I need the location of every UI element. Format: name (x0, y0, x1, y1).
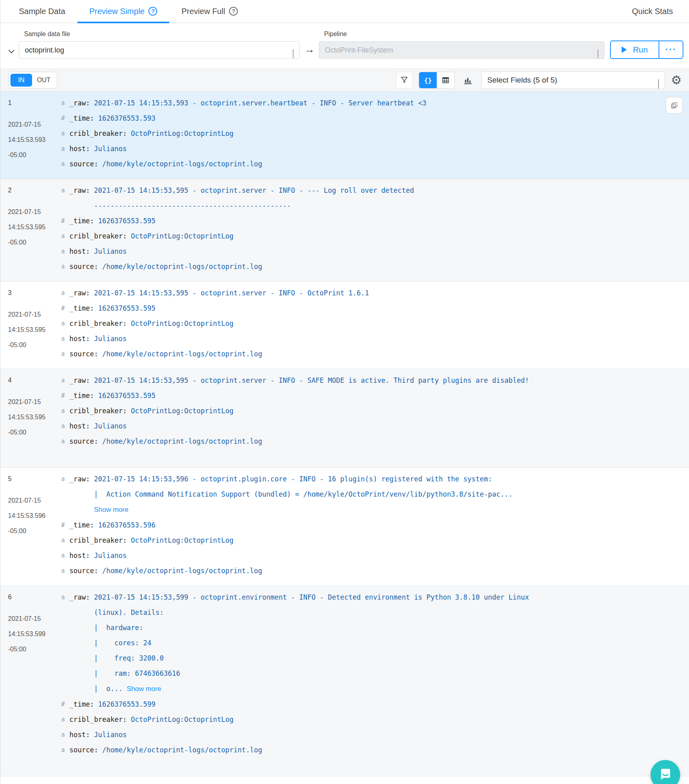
field-value-line: | freq: 3200.0 (94, 651, 529, 666)
field-name: source: (69, 346, 98, 362)
field-name: host: (69, 141, 90, 156)
out-toggle-button[interactable]: OUT (32, 74, 55, 87)
event-row[interactable]: 52021-07-1514:15:53.596-05:00a_raw:2021-… (0, 467, 689, 586)
field-value-line: | o... Show more (94, 681, 529, 697)
field-value-line: Julianos (94, 331, 127, 346)
help-icon[interactable]: ? (229, 7, 238, 16)
field-value-line: | cores: 24 (94, 635, 529, 651)
tab-preview-full[interactable]: Preview Full ? (169, 0, 250, 22)
pipeline-select[interactable]: OctoPrint-FileSystem (319, 41, 604, 59)
run-more-button[interactable]: ··· (659, 41, 683, 58)
event-date: 2021-07-15 (8, 117, 60, 132)
show-more-link[interactable]: Show more (94, 506, 128, 513)
field-name: host: (69, 548, 90, 563)
field-value: 2021-07-15 14:15:53,595 - octoprint.serv… (94, 285, 369, 301)
field-value-line: 2021-07-15 14:15:53,593 - octoprint.serv… (94, 95, 426, 111)
field-name: _raw: (69, 95, 90, 111)
select-fields-dropdown[interactable]: Select Fields (5 of 5) (481, 71, 665, 89)
field-value: 1626376553.595 (98, 388, 155, 403)
field-value: Julianos (94, 244, 127, 259)
event-timezone: -05:00 (8, 425, 60, 440)
table-view-button[interactable] (437, 72, 454, 88)
event-fields: a_raw:2021-07-15 14:15:53,595 - octoprin… (60, 285, 661, 362)
event-date: 2021-07-15 (8, 394, 60, 410)
field-value-line: OctoPrintLog:OctoprintLog (131, 712, 233, 727)
event-fields: a_raw:2021-07-15 14:15:53,595 - octoprin… (60, 373, 661, 449)
field-value: 1626376553.599 (98, 697, 155, 712)
field-row: a_raw:2021-07-15 14:15:53,593 - octoprin… (60, 95, 661, 111)
field-row: asource:/home/kyle/octoprint-logs/octopr… (60, 259, 661, 274)
field-row: acribl_breaker:OctoPrintLog:OctoprintLog (60, 533, 661, 548)
field-value-line: Julianos (94, 418, 127, 434)
run-button[interactable]: Run (611, 41, 659, 58)
event-fields: a_raw:2021-07-15 14:15:53,596 - octoprin… (60, 471, 661, 578)
event-row[interactable]: 12021-07-1514:15:53.593-05:00a_raw:2021-… (0, 91, 689, 179)
copy-event-button[interactable] (666, 97, 683, 114)
field-value-line: OctoPrintLog:OctoprintLog (131, 126, 233, 141)
field-row: ahost:Julianos (60, 141, 661, 156)
field-row: acribl_breaker:OctoPrintLog:OctoprintLog (60, 126, 661, 141)
event-meta: 32021-07-1514:15:53.595-05:00 (0, 285, 60, 362)
tab-sample-data[interactable]: Sample Data (7, 0, 77, 22)
field-value: Julianos (94, 418, 127, 434)
field-value: Julianos (94, 548, 127, 563)
collapse-panel-button[interactable] (5, 48, 17, 53)
event-fields: a_raw:2021-07-15 14:15:53,599 - octoprin… (60, 590, 661, 758)
pipeline-group: Pipeline OctoPrint-FileSystem (319, 30, 604, 59)
field-row: ahost:Julianos (60, 331, 661, 346)
field-name: cribl_breaker: (69, 316, 127, 331)
field-row: ahost:Julianos (60, 727, 661, 742)
field-value-line: | Action Command Notification Support (b… (94, 487, 513, 502)
string-type-icon: a (60, 228, 66, 244)
field-value-line: /home/kyle/octoprint-logs/octoprint.log (102, 563, 262, 578)
field-name: _raw: (69, 285, 90, 301)
string-type-icon: a (60, 403, 66, 418)
field-value-line: OctoPrintLog:OctoprintLog (131, 228, 233, 244)
event-row[interactable]: 42021-07-1514:15:53.595-05:00a_raw:2021-… (0, 369, 689, 467)
field-value-line: | hardware: (94, 620, 529, 635)
sample-file-select[interactable]: octoprint.log (19, 41, 300, 59)
field-name: cribl_breaker: (69, 228, 127, 244)
event-meta: 42021-07-1514:15:53.595-05:00 (0, 373, 60, 449)
event-row[interactable]: 22021-07-1514:15:53.595-05:00a_raw:2021-… (0, 179, 689, 281)
event-list: 12021-07-1514:15:53.593-05:00a_raw:2021-… (0, 91, 689, 776)
field-value-line: 2021-07-15 14:15:53,599 - octoprint.envi… (94, 590, 529, 605)
field-value: /home/kyle/octoprint-logs/octoprint.log (102, 156, 262, 172)
field-row: #_time:1626376553.599 (60, 697, 661, 712)
number-type-icon: # (60, 301, 66, 316)
preview-toolbar: IN OUT {} Select Fields (5 of 5) ⚙ (0, 69, 689, 91)
tab-preview-simple[interactable]: Preview Simple ? (77, 0, 170, 22)
chart-view-button[interactable] (461, 73, 475, 87)
tab-quick-stats[interactable]: Quick Stats (616, 0, 689, 22)
field-name: _time: (69, 213, 94, 228)
event-time: 14:15:53.596 (8, 508, 60, 523)
show-more-link[interactable]: Show more (127, 685, 161, 693)
gear-icon[interactable]: ⚙ (671, 74, 682, 86)
field-name: cribl_breaker: (69, 403, 127, 418)
event-row[interactable]: 62021-07-1514:15:53.599-05:00a_raw:2021-… (0, 586, 689, 776)
string-type-icon: a (60, 156, 66, 172)
string-type-icon: a (60, 563, 66, 578)
number-type-icon: # (60, 697, 66, 712)
field-name: _raw: (69, 373, 90, 388)
field-value: 1626376553.596 (98, 517, 155, 533)
field-row: #_time:1626376553.595 (60, 213, 661, 228)
string-type-icon: a (60, 418, 66, 434)
in-toggle-button[interactable]: IN (10, 74, 32, 87)
table-icon (442, 76, 450, 84)
event-row[interactable]: 32021-07-1514:15:53.595-05:00a_raw:2021-… (0, 281, 689, 369)
event-time: 14:15:53.595 (8, 410, 60, 425)
string-type-icon: a (60, 95, 66, 111)
field-name: source: (69, 259, 98, 274)
help-icon[interactable]: ? (148, 7, 157, 16)
event-timezone: -05:00 (8, 235, 60, 250)
pipeline-value: OctoPrint-FileSystem (325, 46, 393, 55)
field-name: source: (69, 156, 98, 172)
field-value: Julianos (94, 141, 127, 156)
json-view-button[interactable]: {} (419, 72, 437, 88)
filter-button[interactable] (396, 72, 413, 89)
field-row: a_raw:2021-07-15 14:15:53,595 - octoprin… (60, 373, 661, 388)
field-value-line: OctoPrintLog:OctoprintLog (131, 533, 233, 548)
event-time: 14:15:53.593 (8, 132, 60, 148)
field-value: Julianos (94, 331, 127, 346)
